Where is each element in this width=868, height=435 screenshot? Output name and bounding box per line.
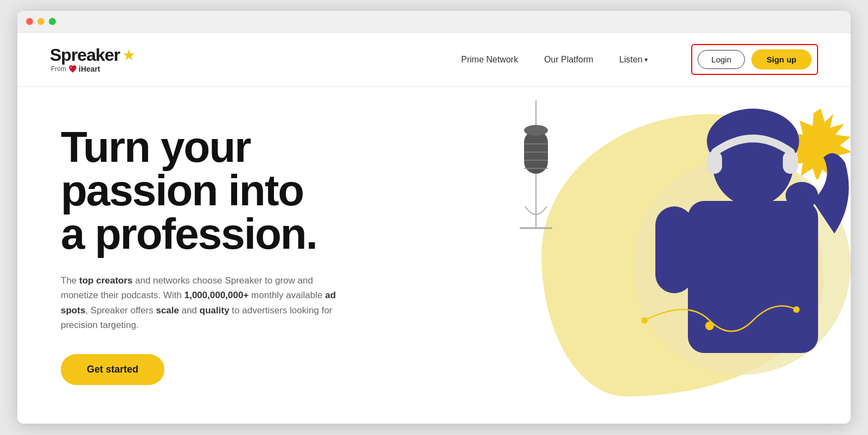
hero-headline: Turn your passion into a profession. bbox=[61, 125, 343, 256]
nav-prime-network[interactable]: Prime Network bbox=[461, 55, 518, 65]
get-started-button[interactable]: Get started bbox=[61, 354, 164, 385]
microphone-illustration bbox=[509, 98, 563, 239]
svg-rect-17 bbox=[783, 151, 798, 174]
minimize-button[interactable] bbox=[37, 18, 44, 25]
maximize-button[interactable] bbox=[49, 18, 56, 25]
svg-rect-14 bbox=[655, 206, 693, 293]
logo-text: Spreaker bbox=[50, 45, 120, 65]
svg-rect-13 bbox=[688, 201, 818, 353]
body-text-5: and bbox=[179, 305, 200, 316]
navbar: Spreaker ★ From iHeart Prime Network Our… bbox=[17, 33, 851, 87]
logo-sub-from: From bbox=[51, 65, 66, 73]
chevron-down-icon: ▾ bbox=[644, 56, 648, 64]
hero-text: Turn your passion into a profession. The… bbox=[61, 125, 343, 385]
body-bold-scale: scale bbox=[156, 305, 179, 316]
iheart-icon: iHeart bbox=[68, 64, 100, 74]
svg-point-0 bbox=[71, 67, 72, 68]
nav-links: Prime Network Our Platform Listen ▾ bbox=[461, 55, 648, 65]
svg-point-8 bbox=[524, 125, 548, 136]
traffic-lights bbox=[26, 18, 56, 25]
svg-point-18 bbox=[641, 317, 648, 324]
body-bold-billion: 1,000,000,000+ bbox=[184, 290, 249, 300]
body-text-4: , Spreaker offers bbox=[85, 305, 156, 316]
nav-our-platform[interactable]: Our Platform bbox=[544, 55, 593, 65]
hero-body: The top creators and networks choose Spr… bbox=[61, 273, 343, 332]
body-bold-top-creators: top creators bbox=[79, 275, 132, 286]
body-text-3: monthly available bbox=[248, 290, 325, 300]
iheart-text: iHeart bbox=[79, 65, 100, 73]
svg-point-15 bbox=[786, 182, 818, 209]
logo-area: Spreaker ★ From iHeart bbox=[50, 45, 136, 74]
close-button[interactable] bbox=[26, 18, 33, 25]
hero-section: Turn your passion into a profession. The… bbox=[17, 87, 851, 424]
logo-star: ★ bbox=[122, 46, 136, 64]
hero-illustration bbox=[493, 87, 851, 424]
login-button[interactable]: Login bbox=[698, 50, 745, 69]
nav-actions: Login Sign up bbox=[691, 44, 818, 75]
signup-button[interactable]: Sign up bbox=[751, 49, 812, 70]
person-illustration bbox=[601, 92, 851, 375]
title-bar bbox=[17, 11, 851, 33]
svg-point-19 bbox=[793, 306, 800, 313]
svg-rect-16 bbox=[707, 151, 722, 174]
svg-point-20 bbox=[705, 321, 714, 330]
body-text-1: The bbox=[61, 275, 79, 286]
logo-main[interactable]: Spreaker ★ bbox=[50, 45, 136, 65]
body-bold-quality: quality bbox=[200, 305, 229, 316]
browser-window: Spreaker ★ From iHeart Prime Network Our… bbox=[17, 11, 851, 424]
nav-listen[interactable]: Listen ▾ bbox=[620, 55, 648, 65]
logo-sub: From iHeart bbox=[51, 64, 136, 74]
